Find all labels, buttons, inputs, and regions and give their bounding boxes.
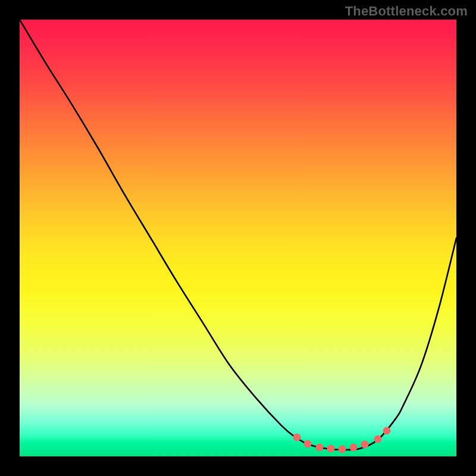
data-marker <box>293 433 301 441</box>
curve-layer <box>20 20 456 456</box>
data-marker <box>327 444 334 452</box>
data-marker <box>349 444 357 452</box>
data-marker <box>383 427 390 435</box>
data-marker <box>361 441 368 449</box>
data-marker <box>304 440 312 447</box>
data-marker <box>374 435 381 443</box>
data-marker <box>315 443 323 451</box>
watermark-text: TheBottleneck.com <box>345 4 468 19</box>
bottleneck-curve <box>20 20 456 450</box>
plot-area <box>20 20 456 456</box>
chart-frame: TheBottleneck.com <box>0 0 476 476</box>
data-marker <box>338 445 346 453</box>
